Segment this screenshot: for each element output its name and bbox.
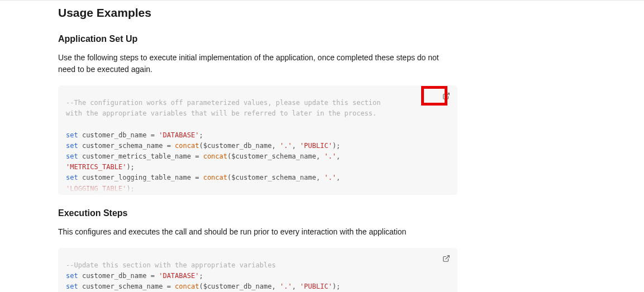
code-block-setup: --The configuration works off parameteri… [58,85,457,195]
open-externally-button[interactable] [438,251,454,267]
paragraph-exec-steps: This configures and executes the call an… [58,226,457,238]
doc-container: Usage Examples Application Set Up Use th… [58,1,457,292]
code-content: --Update this section with the appropria… [66,260,450,292]
code-block-exec: --Update this section with the appropria… [58,248,457,292]
svg-line-1 [446,255,449,259]
code-content: --The configuration works off parameteri… [66,98,450,195]
heading-exec-steps: Execution Steps [58,208,457,218]
paragraph-app-setup: Use the following steps to execute initi… [58,52,457,75]
heading-app-setup: Application Set Up [58,34,457,44]
heading-usage-examples: Usage Examples [58,6,457,20]
open-external-icon [442,255,450,264]
highlight-annotation [421,86,447,106]
